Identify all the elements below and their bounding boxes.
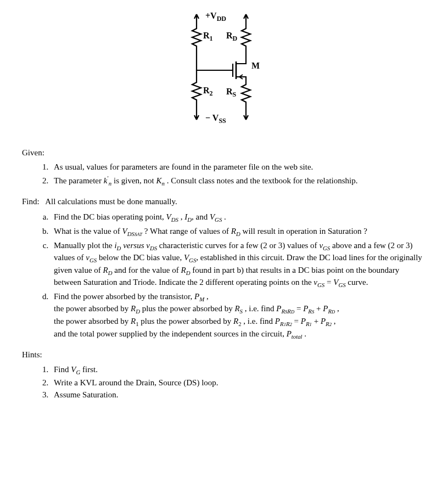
parts-list: Find the DC bias operating point, VDS , … — [22, 211, 426, 340]
hints-label: Hints: — [22, 349, 426, 360]
hint-3: Assume Saturation. — [51, 389, 426, 400]
given-item-1: As usual, values for parameters are foun… — [51, 161, 426, 172]
hint-1: Find VG first. — [51, 364, 426, 377]
svg-text:RD: RD — [226, 31, 238, 42]
part-c: Manually plot the iD versus vDS characte… — [51, 240, 426, 289]
circuit-figure: +VDD R1 RD M R2 RS − VSS — [22, 11, 426, 132]
part-d: Find the power absorbed by the transisto… — [51, 291, 426, 340]
given-item-2: The parameter k′n is given, not Kn . Con… — [51, 174, 426, 188]
part-a: Find the DC bias operating point, VDS , … — [51, 211, 426, 224]
hint-2: Write a KVL around the Drain, Source (DS… — [51, 377, 426, 388]
find-line: Find: All calculations must be done manu… — [22, 196, 426, 207]
part-b: What is the value of VDSSAT ? What range… — [51, 226, 426, 238]
svg-text:RS: RS — [226, 87, 237, 98]
given-list: As usual, values for parameters are foun… — [22, 161, 426, 187]
find-label: Find: — [22, 197, 40, 206]
svg-text:+VDD: +VDD — [205, 11, 226, 23]
given-label: Given: — [22, 147, 426, 158]
svg-text:− VSS: − VSS — [205, 113, 226, 125]
svg-text:R1: R1 — [203, 31, 213, 42]
svg-text:M: M — [251, 61, 260, 70]
svg-text:R2: R2 — [203, 86, 213, 97]
find-text: All calculations must be done manually. — [45, 197, 177, 206]
circuit-svg: +VDD R1 RD M R2 RS − VSS — [180, 11, 268, 132]
hints-list: Find VG first. Write a KVL around the Dr… — [22, 364, 426, 401]
